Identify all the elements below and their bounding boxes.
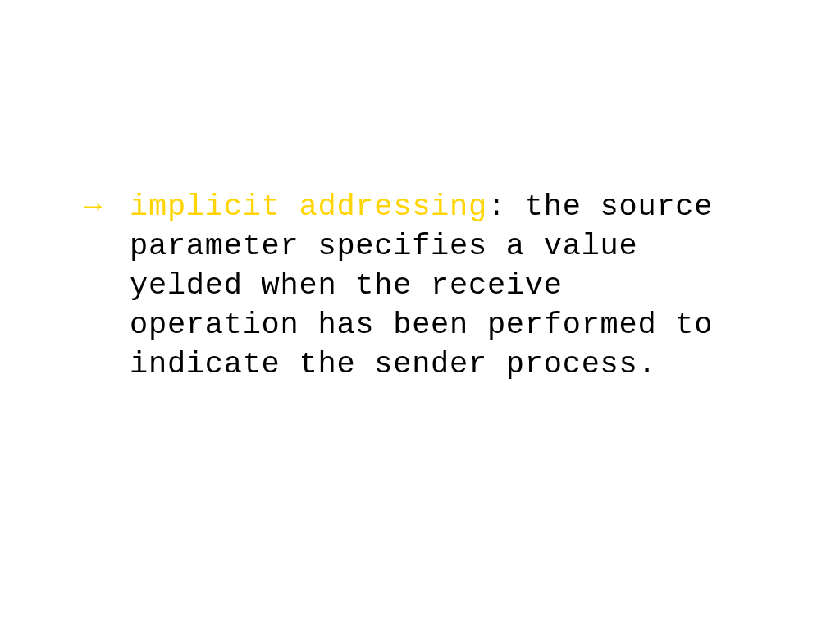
highlighted-term: implicit addressing <box>130 189 487 224</box>
slide-content: → implicit addressing: the source parame… <box>86 187 751 384</box>
arrow-right-icon: → <box>84 187 103 226</box>
bullet-text: implicit addressing: the source paramete… <box>86 187 751 384</box>
